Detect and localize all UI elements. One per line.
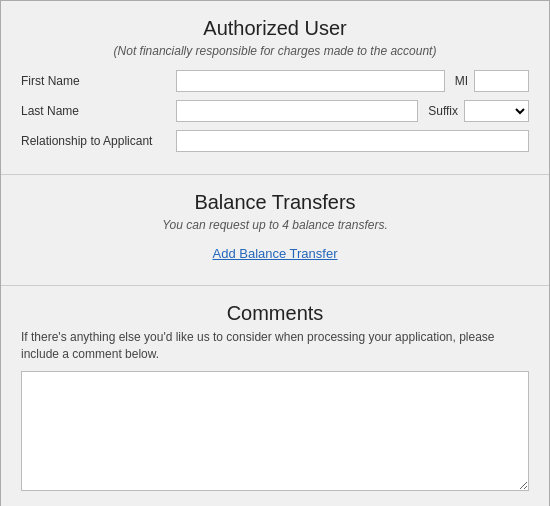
page-title: Authorized User xyxy=(21,1,529,44)
balance-transfers-title: Balance Transfers xyxy=(21,175,529,218)
comments-title: Comments xyxy=(21,286,529,329)
authorized-user-section: Authorized User (Not financially respons… xyxy=(1,1,549,170)
suffix-label: Suffix xyxy=(428,104,458,118)
suffix-select[interactable]: Jr. Sr. II III IV xyxy=(464,100,529,122)
first-name-input[interactable] xyxy=(176,70,445,92)
mi-label: MI xyxy=(455,74,468,88)
comments-section: Comments If there's anything else you'd … xyxy=(1,286,549,506)
comments-note: If there's anything else you'd like us t… xyxy=(21,329,529,363)
comments-textarea[interactable] xyxy=(21,371,529,491)
first-name-row: First Name MI xyxy=(21,70,529,92)
page-container: Authorized User (Not financially respons… xyxy=(0,0,550,506)
relationship-input[interactable] xyxy=(176,130,529,152)
last-name-label: Last Name xyxy=(21,104,176,118)
first-name-label: First Name xyxy=(21,74,176,88)
add-balance-transfer-link[interactable]: Add Balance Transfer xyxy=(21,246,529,261)
relationship-label: Relationship to Applicant xyxy=(21,134,176,148)
balance-transfers-section: Balance Transfers You can request up to … xyxy=(1,175,549,281)
authorized-user-subtitle: (Not financially responsible for charges… xyxy=(21,44,529,58)
last-name-row: Last Name Suffix Jr. Sr. II III IV xyxy=(21,100,529,122)
relationship-row: Relationship to Applicant xyxy=(21,130,529,152)
balance-transfers-subtitle: You can request up to 4 balance transfer… xyxy=(21,218,529,232)
last-name-input[interactable] xyxy=(176,100,418,122)
mi-input[interactable] xyxy=(474,70,529,92)
